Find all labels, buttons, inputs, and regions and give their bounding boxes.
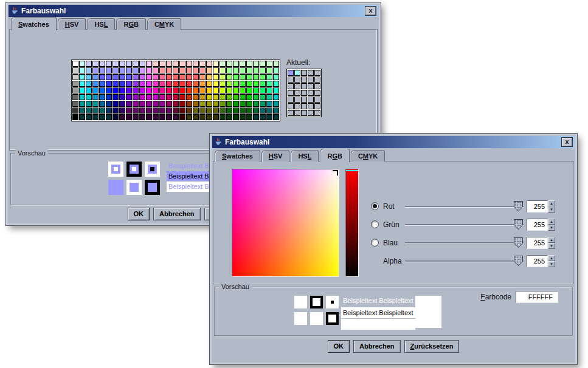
- swatch-cell[interactable]: [126, 101, 132, 107]
- swatch-cell[interactable]: [199, 81, 206, 87]
- swatch-cell[interactable]: [112, 114, 119, 120]
- swatch-cell[interactable]: [106, 61, 112, 67]
- swatch-cell[interactable]: [126, 81, 132, 87]
- swatch-cell[interactable]: [206, 114, 212, 120]
- swatch-cell[interactable]: [173, 94, 179, 100]
- swatch-cell[interactable]: [159, 81, 165, 87]
- swatch-cell[interactable]: [79, 87, 85, 94]
- swatch-cell[interactable]: [99, 61, 105, 67]
- swatch-cell[interactable]: [206, 74, 212, 80]
- swatch-cell[interactable]: [153, 74, 159, 80]
- swatch-cell[interactable]: [240, 107, 246, 114]
- spinner-down-icon[interactable]: ▼: [548, 206, 555, 213]
- swatch-cell[interactable]: [246, 61, 252, 67]
- swatch-cell[interactable]: [253, 87, 259, 94]
- recent-swatch-cell[interactable]: [301, 70, 307, 76]
- swatch-cell[interactable]: [106, 87, 112, 94]
- recent-swatch-cell[interactable]: [288, 83, 294, 89]
- slider-rot[interactable]: [405, 206, 524, 208]
- spinner-up-icon[interactable]: ▲: [548, 219, 555, 225]
- swatch-cell[interactable]: [159, 74, 165, 80]
- swatch-cell[interactable]: [106, 94, 112, 100]
- swatch-cell[interactable]: [99, 101, 105, 107]
- swatch-cell[interactable]: [112, 74, 119, 80]
- swatch-cell[interactable]: [266, 67, 272, 73]
- swatch-cell[interactable]: [206, 107, 212, 114]
- swatch-cell[interactable]: [72, 94, 78, 100]
- recent-swatch-cell[interactable]: [314, 83, 320, 89]
- swatch-cell[interactable]: [139, 101, 145, 107]
- swatch-cell[interactable]: [112, 87, 119, 94]
- swatch-cell[interactable]: [119, 81, 125, 87]
- swatch-cell[interactable]: [226, 67, 232, 73]
- ok-button[interactable]: OK: [128, 208, 150, 220]
- swatch-cell[interactable]: [139, 67, 145, 73]
- swatch-cell[interactable]: [153, 61, 159, 67]
- swatch-cell[interactable]: [112, 67, 119, 73]
- swatch-cell[interactable]: [119, 94, 125, 100]
- spinner-down-icon[interactable]: ▼: [548, 261, 555, 267]
- swatch-cell[interactable]: [179, 101, 185, 107]
- swatch-cell[interactable]: [179, 87, 185, 94]
- swatch-cell[interactable]: [146, 74, 152, 80]
- swatch-cell[interactable]: [72, 101, 78, 107]
- swatch-cell[interactable]: [233, 81, 239, 87]
- swatch-cell[interactable]: [166, 107, 172, 114]
- swatch-cell[interactable]: [253, 61, 259, 67]
- swatch-cell[interactable]: [193, 81, 199, 87]
- swatch-cell[interactable]: [253, 114, 259, 120]
- swatch-cell[interactable]: [240, 81, 246, 87]
- swatch-cell[interactable]: [233, 107, 239, 114]
- swatch-cell[interactable]: [206, 67, 212, 73]
- swatch-cell[interactable]: [106, 67, 112, 73]
- swatch-cell[interactable]: [193, 114, 199, 120]
- swatch-cell[interactable]: [260, 94, 266, 100]
- swatch-cell[interactable]: [273, 87, 279, 94]
- cancel-button[interactable]: Abbrechen: [153, 208, 200, 220]
- swatch-cell[interactable]: [213, 61, 219, 67]
- tab-hsl[interactable]: HSL: [291, 150, 319, 162]
- swatch-cell[interactable]: [179, 81, 185, 87]
- swatch-cell[interactable]: [206, 61, 212, 67]
- tab-hsl[interactable]: HSL: [87, 18, 115, 30]
- recent-swatch-cell[interactable]: [314, 110, 320, 116]
- swatch-cell[interactable]: [186, 81, 192, 87]
- swatch-cell[interactable]: [146, 107, 152, 114]
- swatch-cell[interactable]: [226, 87, 232, 94]
- recent-swatch-cell[interactable]: [314, 70, 320, 76]
- swatch-cell[interactable]: [146, 94, 152, 100]
- swatch-cell[interactable]: [72, 107, 78, 114]
- swatch-cell[interactable]: [146, 61, 152, 67]
- swatch-cell[interactable]: [126, 61, 132, 67]
- close-icon[interactable]: X: [562, 138, 572, 146]
- swatch-cell[interactable]: [233, 74, 239, 80]
- swatch-cell[interactable]: [260, 61, 266, 67]
- swatch-cell[interactable]: [133, 74, 139, 80]
- swatch-cell[interactable]: [226, 114, 232, 120]
- swatch-cell[interactable]: [133, 67, 139, 73]
- swatch-cell[interactable]: [173, 101, 179, 107]
- swatch-cell[interactable]: [86, 114, 92, 120]
- swatch-cell[interactable]: [246, 101, 252, 107]
- recent-swatch-cell[interactable]: [314, 90, 320, 96]
- recent-swatch-cell[interactable]: [314, 77, 320, 83]
- spinner-up-icon[interactable]: ▲: [548, 255, 555, 261]
- recent-swatch-cell[interactable]: [308, 83, 314, 89]
- swatch-cell[interactable]: [186, 101, 192, 107]
- tab-rgb[interactable]: RGB: [116, 18, 145, 30]
- swatch-cell[interactable]: [246, 81, 252, 87]
- swatch-cell[interactable]: [266, 94, 272, 100]
- swatch-cell[interactable]: [193, 107, 199, 114]
- swatch-cell[interactable]: [119, 61, 125, 67]
- cancel-button[interactable]: Abbrechen: [353, 340, 400, 353]
- swatch-cell[interactable]: [92, 67, 99, 73]
- recent-swatch-cell[interactable]: [288, 77, 294, 83]
- swatch-cell[interactable]: [146, 101, 152, 107]
- swatch-cell[interactable]: [246, 67, 252, 73]
- swatch-cell[interactable]: [226, 101, 232, 107]
- swatch-cell[interactable]: [72, 81, 78, 87]
- swatch-cell[interactable]: [133, 94, 139, 100]
- swatch-cell[interactable]: [240, 61, 246, 67]
- swatch-cell[interactable]: [253, 81, 259, 87]
- swatch-cell[interactable]: [99, 67, 105, 73]
